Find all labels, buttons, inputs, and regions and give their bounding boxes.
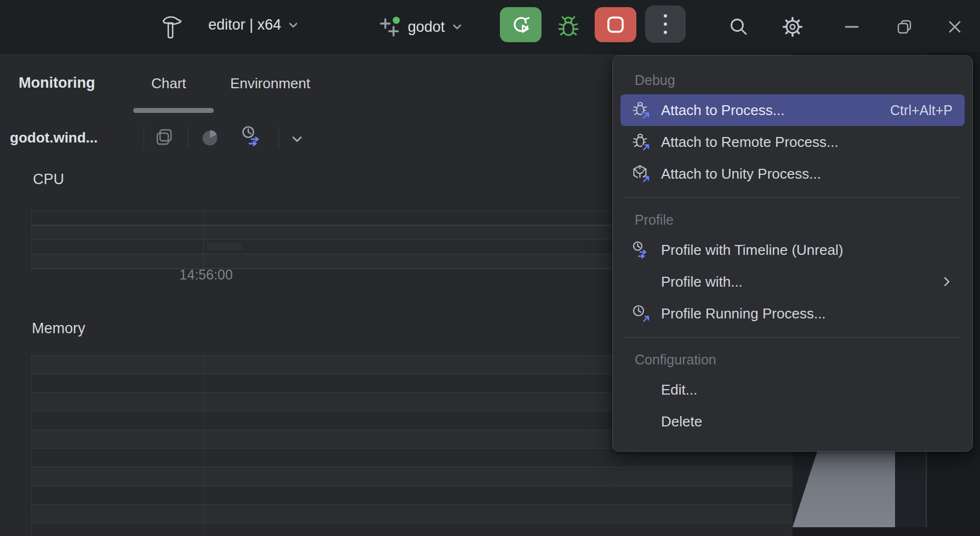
minimize-button[interactable] bbox=[839, 14, 864, 39]
menu-item-shortcut: Ctrl+Alt+P bbox=[890, 102, 953, 118]
solution-selector-label: editor | x64 bbox=[208, 16, 281, 33]
clock-attach-icon bbox=[631, 304, 650, 323]
hammer-icon bbox=[157, 13, 184, 41]
bug-attach-icon bbox=[631, 101, 650, 119]
restore-icon bbox=[896, 19, 913, 35]
bug-attach-icon bbox=[631, 133, 650, 151]
rerun-button[interactable] bbox=[500, 7, 542, 42]
wallpaper-monitor-stand bbox=[793, 452, 895, 527]
minimize-icon bbox=[844, 19, 859, 35]
toolbar-separator bbox=[144, 126, 144, 148]
menu-separator bbox=[624, 197, 961, 198]
close-icon bbox=[947, 19, 962, 35]
process-name-label: godot.wind... bbox=[10, 129, 98, 146]
gear-icon bbox=[781, 15, 804, 38]
menu-item-label: Attach to Unity Process... bbox=[661, 166, 821, 183]
menu-item-label: Profile with... bbox=[661, 273, 743, 290]
chevron-down-icon[interactable] bbox=[289, 132, 305, 147]
menu-separator bbox=[624, 337, 961, 338]
profile-timeline-icon[interactable] bbox=[240, 125, 263, 148]
menu-item-edit[interactable]: Edit... bbox=[620, 374, 965, 406]
ide-window: editor | x64 godot bbox=[0, 0, 980, 536]
run-config-selector[interactable]: godot bbox=[377, 14, 464, 39]
memory-chart-title: Memory bbox=[32, 320, 86, 337]
rerun-run-icon bbox=[509, 13, 533, 37]
menu-item-attach-to-unity-process[interactable]: Attach to Unity Process... bbox=[620, 158, 965, 190]
tab-environment[interactable]: Environment bbox=[230, 75, 310, 92]
menu-item-label: Attach to Remote Process... bbox=[661, 134, 839, 151]
menu-item-label: Edit... bbox=[661, 381, 697, 398]
search-button[interactable] bbox=[726, 14, 751, 39]
stop-button[interactable] bbox=[595, 7, 636, 42]
time-axis-tick: 14:56:00 bbox=[164, 267, 248, 283]
titlebar: editor | x64 godot bbox=[0, 0, 980, 54]
run-debug-popup-menu: Debug Attach to Process... Ctrl+Alt+P bbox=[612, 55, 973, 452]
chevron-down-icon bbox=[287, 19, 300, 32]
solution-selector[interactable]: editor | x64 bbox=[208, 16, 300, 33]
chevron-down-icon bbox=[451, 20, 464, 33]
debug-bug-icon[interactable] bbox=[555, 13, 582, 41]
copy-charts-icon[interactable] bbox=[154, 127, 175, 148]
more-actions-button[interactable] bbox=[645, 5, 686, 43]
axis-tick-marker bbox=[207, 243, 243, 250]
memory-grid-time-gridline bbox=[203, 355, 204, 536]
menu-item-delete[interactable]: Delete bbox=[620, 406, 965, 437]
unity-attach-icon bbox=[631, 164, 650, 183]
menu-item-label: Attach to Process... bbox=[661, 102, 784, 119]
wallpaper-shadow-strip bbox=[793, 527, 927, 536]
selected-tab-indicator bbox=[133, 108, 214, 113]
toolbar-separator bbox=[278, 126, 279, 148]
clock-timeline-icon bbox=[631, 241, 650, 259]
toolbar-separator bbox=[188, 126, 189, 148]
tool-window-title: Monitoring bbox=[19, 75, 95, 92]
cpu-grid-time-gridline bbox=[203, 210, 204, 269]
stop-square-icon bbox=[603, 13, 628, 37]
run-config-plus-icon bbox=[377, 14, 402, 39]
menu-section-header-profile: Profile bbox=[620, 206, 965, 234]
settings-button[interactable] bbox=[780, 14, 805, 39]
tab-chart[interactable]: Chart bbox=[151, 75, 186, 92]
menu-section-header-debug: Debug bbox=[620, 66, 965, 94]
menu-item-attach-to-remote-process[interactable]: Attach to Remote Process... bbox=[620, 126, 965, 158]
pie-chart-icon[interactable] bbox=[200, 128, 220, 148]
kebab-menu-icon bbox=[662, 12, 669, 37]
maximize-button[interactable] bbox=[892, 14, 917, 39]
menu-item-label: Profile with Timeline (Unreal) bbox=[661, 242, 843, 259]
menu-item-profile-running-process[interactable]: Profile Running Process... bbox=[620, 298, 965, 329]
cpu-chart-title: CPU bbox=[33, 171, 64, 188]
run-config-label: godot bbox=[408, 19, 445, 36]
menu-item-attach-to-process[interactable]: Attach to Process... Ctrl+Alt+P bbox=[620, 94, 965, 126]
submenu-chevron-right-icon bbox=[941, 276, 953, 288]
menu-item-profile-with-timeline[interactable]: Profile with Timeline (Unreal) bbox=[620, 234, 965, 266]
close-button[interactable] bbox=[942, 14, 967, 39]
menu-item-label: Delete bbox=[661, 413, 702, 430]
search-icon bbox=[728, 16, 749, 37]
menu-item-label: Profile Running Process... bbox=[661, 305, 826, 322]
menu-section-header-configuration: Configuration bbox=[620, 345, 965, 374]
menu-item-profile-with[interactable]: Profile with... bbox=[620, 266, 965, 298]
